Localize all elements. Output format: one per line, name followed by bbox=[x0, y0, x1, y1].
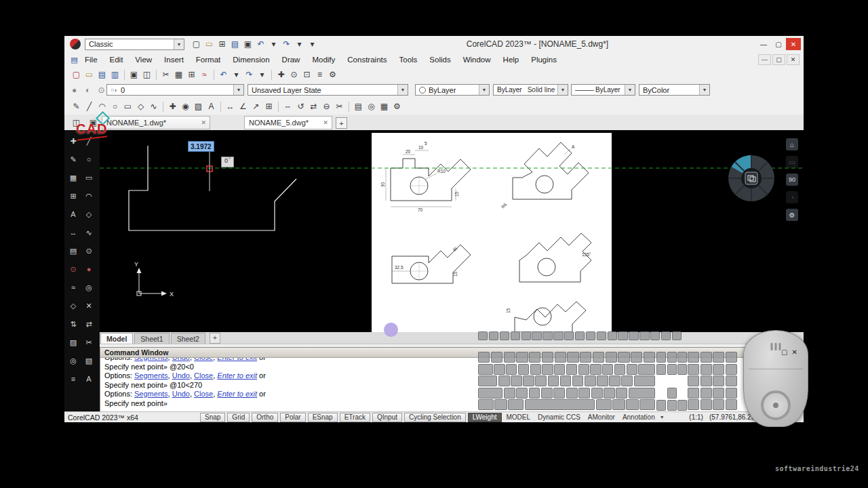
status-label-amonitor[interactable]: AMonitor bbox=[585, 413, 618, 421]
text-icon[interactable]: A bbox=[68, 209, 79, 220]
key[interactable] bbox=[585, 375, 596, 386]
status-toggle-cycling-selection[interactable]: Cycling Selection bbox=[404, 413, 466, 422]
spline-icon[interactable]: ∿ bbox=[83, 227, 94, 238]
table-icon[interactable]: ⊞ bbox=[263, 101, 275, 113]
key[interactable] bbox=[677, 364, 687, 375]
menu-modify[interactable]: Modify bbox=[306, 52, 341, 67]
doc-minimize-button[interactable]: — bbox=[758, 54, 771, 65]
key[interactable] bbox=[575, 331, 585, 340]
status-toggle-lweight[interactable]: LWeight bbox=[468, 413, 502, 422]
key[interactable] bbox=[566, 388, 578, 399]
options-icon[interactable]: ⚙ bbox=[327, 69, 338, 81]
key[interactable] bbox=[629, 331, 638, 340]
status-toggle-grid[interactable]: Grid bbox=[227, 413, 250, 422]
key[interactable] bbox=[713, 352, 724, 363]
key[interactable] bbox=[535, 375, 547, 386]
menu-view[interactable]: View bbox=[129, 52, 158, 67]
chevron-down-icon[interactable]: ▼ bbox=[174, 39, 184, 49]
undo-icon[interactable]: ↶ bbox=[255, 39, 267, 50]
swap-icon[interactable]: ⇅ bbox=[68, 319, 79, 329]
menu-constraints[interactable]: Constraints bbox=[341, 52, 393, 67]
menu-edit[interactable]: Edit bbox=[104, 52, 130, 67]
command-link-close[interactable]: Close bbox=[194, 390, 213, 398]
key[interactable] bbox=[500, 331, 509, 340]
key[interactable] bbox=[511, 375, 522, 386]
zoom-icon[interactable]: ⊙ bbox=[288, 69, 300, 81]
undo-caret-icon[interactable]: ▾ bbox=[231, 69, 242, 81]
rectangle-icon[interactable]: ▭ bbox=[83, 172, 94, 183]
save-all-icon[interactable]: ▥ bbox=[109, 69, 121, 81]
key[interactable] bbox=[677, 400, 687, 411]
key[interactable] bbox=[494, 399, 507, 410]
menu-tools[interactable]: Tools bbox=[393, 52, 423, 67]
key[interactable] bbox=[713, 388, 724, 399]
command-link-undo[interactable]: Undo bbox=[172, 371, 190, 380]
key[interactable] bbox=[688, 399, 699, 410]
key[interactable] bbox=[726, 375, 737, 386]
key[interactable] bbox=[701, 375, 712, 386]
key[interactable] bbox=[677, 352, 687, 363]
key[interactable] bbox=[713, 364, 724, 375]
tab-close-icon[interactable]: ✕ bbox=[319, 119, 332, 126]
wave-icon[interactable]: ≈ bbox=[68, 282, 79, 293]
list-icon[interactable]: ≡ bbox=[68, 373, 79, 384]
key[interactable] bbox=[530, 364, 541, 375]
redo-icon[interactable]: ↷ bbox=[243, 69, 255, 81]
gear-icon[interactable]: ⚙ bbox=[786, 209, 798, 221]
home-icon[interactable]: ⌂ bbox=[786, 138, 798, 150]
zoom-extents-icon[interactable]: ⊡ bbox=[301, 69, 313, 81]
key[interactable] bbox=[688, 364, 699, 375]
key[interactable] bbox=[578, 388, 590, 399]
leader-icon[interactable]: ↗ bbox=[250, 101, 262, 113]
layer-on-icon[interactable]: ● bbox=[68, 85, 80, 96]
key[interactable] bbox=[618, 331, 627, 340]
status-annotation[interactable]: Annotation bbox=[620, 413, 658, 421]
key[interactable] bbox=[566, 364, 577, 375]
circle-icon[interactable]: ○ bbox=[83, 154, 94, 165]
print-style-select[interactable]: ByColor ▼ bbox=[639, 84, 710, 96]
settings-icon[interactable]: ⚙ bbox=[391, 101, 403, 113]
key[interactable] bbox=[701, 388, 712, 399]
key[interactable] bbox=[504, 352, 515, 363]
sheet-tab-model[interactable]: Model bbox=[100, 333, 133, 344]
key[interactable] bbox=[554, 364, 565, 375]
print-preview-icon[interactable]: ◫ bbox=[141, 69, 153, 81]
key[interactable] bbox=[667, 400, 677, 411]
key[interactable] bbox=[626, 399, 638, 410]
workspace-select[interactable]: Classic ▼ bbox=[85, 39, 184, 50]
key[interactable] bbox=[572, 375, 584, 386]
key[interactable] bbox=[656, 364, 666, 375]
key[interactable] bbox=[478, 399, 494, 410]
key[interactable] bbox=[614, 364, 625, 375]
line-style-select[interactable]: ——— ByLayer ▼ bbox=[571, 84, 635, 96]
key[interactable] bbox=[597, 375, 608, 386]
import-icon[interactable]: ⊞ bbox=[216, 39, 228, 50]
redo-caret-icon[interactable]: ▾ bbox=[294, 39, 305, 50]
key[interactable] bbox=[553, 388, 565, 399]
key[interactable] bbox=[713, 399, 724, 410]
status-label-model[interactable]: MODEL bbox=[504, 413, 534, 421]
save-icon[interactable]: ▤ bbox=[229, 39, 241, 50]
document-tab[interactable]: NONAME_5.dwg*✕ bbox=[244, 116, 332, 129]
sketch-icon[interactable]: ✎ bbox=[71, 101, 82, 113]
doc-restore-button[interactable]: ▢ bbox=[772, 54, 785, 65]
key[interactable] bbox=[606, 352, 617, 363]
key[interactable] bbox=[498, 375, 510, 386]
copy-icon[interactable]: ▦ bbox=[173, 69, 184, 81]
open-icon[interactable]: ▭ bbox=[203, 39, 215, 50]
command-link-enter-to-exit[interactable]: Enter to exit bbox=[217, 371, 257, 380]
key[interactable] bbox=[489, 331, 498, 340]
command-link-segments[interactable]: Segments bbox=[134, 371, 168, 380]
trim-icon[interactable]: ✂ bbox=[334, 101, 345, 113]
key[interactable] bbox=[542, 331, 552, 340]
command-link-segments[interactable]: Segments bbox=[134, 390, 168, 398]
status-toggle-snap[interactable]: Snap bbox=[200, 413, 225, 422]
trim-icon[interactable]: ✂ bbox=[83, 337, 94, 348]
key[interactable] bbox=[525, 399, 595, 410]
key[interactable] bbox=[478, 352, 490, 363]
menu-plugins[interactable]: Plugins bbox=[525, 52, 563, 67]
view2-icon[interactable]: ◔ bbox=[786, 191, 798, 203]
key[interactable] bbox=[542, 352, 553, 363]
key[interactable] bbox=[478, 375, 497, 386]
key[interactable] bbox=[591, 388, 603, 399]
